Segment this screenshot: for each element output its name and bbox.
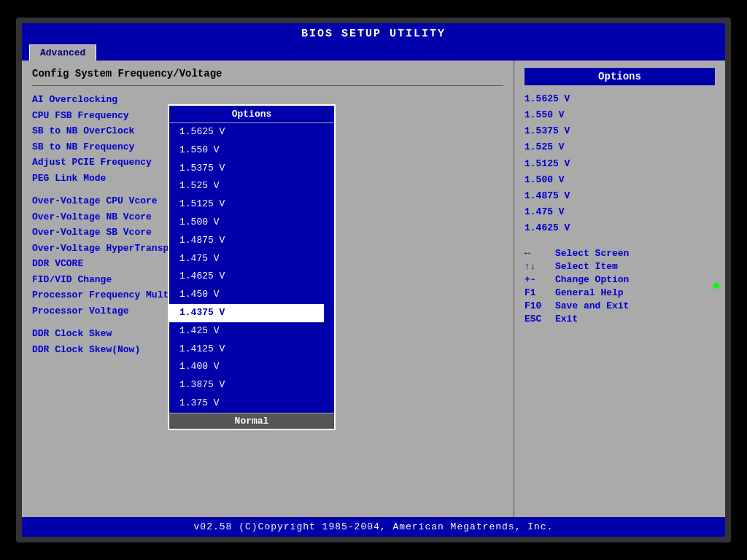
options-value-5: 1.500 V xyxy=(525,172,715,188)
dropdown-item-4[interactable]: 1.5125 V xyxy=(169,195,324,214)
dropdown-item-2[interactable]: 1.5375 V xyxy=(169,160,324,178)
keybind-key-arrows: ↔ xyxy=(525,248,555,259)
keybind-select-screen: ↔ Select Screen xyxy=(525,248,715,259)
main-content: Config System Frequency/Voltage AI Overc… xyxy=(22,61,725,517)
keybind-key-f1: F1 xyxy=(525,287,555,298)
tab-bar: Advanced xyxy=(22,44,725,61)
keybind-key-updown: ↑↓ xyxy=(525,261,555,272)
dropdown-item-13[interactable]: 1.400 V xyxy=(169,358,324,376)
keybind-key-f10: F10 xyxy=(525,300,555,311)
dropdown-item-1[interactable]: 1.550 V xyxy=(169,141,324,160)
bios-title: BIOS SETUP UTILITY xyxy=(22,23,725,44)
keybind-label-exit: Exit xyxy=(555,314,578,324)
options-value-3: 1.525 V xyxy=(525,139,715,155)
monitor: BIOS SETUP UTILITY Advanced Config Syste… xyxy=(16,18,731,542)
dropdown-item-8[interactable]: 1.4625 V xyxy=(169,268,324,286)
keybind-key-plusminus: +- xyxy=(525,274,555,285)
left-panel: Config System Frequency/Voltage AI Overc… xyxy=(22,61,514,517)
keybind-label-general-help: General Help xyxy=(555,287,624,298)
right-panel: Options 1.5625 V 1.550 V 1.5375 V 1.525 … xyxy=(514,61,725,517)
options-value-6: 1.4875 V xyxy=(525,188,715,204)
keybind-key-esc: ESC xyxy=(525,314,555,324)
dropdown-footer: Normal xyxy=(169,413,334,429)
dropdown-item-5[interactable]: 1.500 V xyxy=(169,214,324,232)
keybind-change-option: +- Change Option xyxy=(525,274,715,285)
options-value-4: 1.5125 V xyxy=(525,156,715,172)
keybind-label-select-screen: Select Screen xyxy=(555,248,629,259)
tab-advanced[interactable]: Advanced xyxy=(29,44,96,61)
dropdown-item-6[interactable]: 1.4875 V xyxy=(169,232,324,250)
keybind-section: ↔ Select Screen ↑↓ Select Item +- Change… xyxy=(525,248,715,324)
dropdown-item-9[interactable]: 1.450 V xyxy=(169,286,324,304)
options-value-2: 1.5375 V xyxy=(525,123,715,139)
dropdown-overlay: Options 1.5625 V 1.550 V 1.5375 V 1.525 … xyxy=(168,104,336,430)
keybind-general-help: F1 General Help xyxy=(525,287,715,298)
keybind-exit: ESC Exit xyxy=(525,314,715,324)
options-value-8: 1.4625 V xyxy=(525,220,715,236)
keybind-label-select-item: Select Item xyxy=(555,261,618,272)
dropdown-item-selected[interactable]: 1.4375 V xyxy=(169,304,324,322)
options-value-0: 1.5625 V xyxy=(525,91,715,107)
dropdown-scroll[interactable]: 1.5625 V 1.550 V 1.5375 V 1.525 V 1.5125… xyxy=(169,123,334,413)
keybind-save-exit: F10 Save and Exit xyxy=(525,300,715,311)
options-value-7: 1.475 V xyxy=(525,204,715,220)
keybind-select-item: ↑↓ Select Item xyxy=(525,261,715,272)
footer-bar: v02.58 (C)Copyright 1985-2004, American … xyxy=(22,517,725,537)
green-indicator-dot xyxy=(713,283,719,289)
dropdown-item-0[interactable]: 1.5625 V xyxy=(169,123,324,141)
dropdown-header: Options xyxy=(169,106,334,123)
options-header: Options xyxy=(525,68,715,85)
dropdown-item-15[interactable]: 1.375 V xyxy=(169,394,324,413)
keybind-label-save-exit: Save and Exit xyxy=(555,300,629,311)
section-title: Config System Frequency/Voltage xyxy=(32,68,503,79)
dropdown-item-11[interactable]: 1.425 V xyxy=(169,322,324,341)
dropdown-item-12[interactable]: 1.4125 V xyxy=(169,341,324,359)
keybind-label-change-option: Change Option xyxy=(555,274,629,285)
dropdown-item-3[interactable]: 1.525 V xyxy=(169,177,324,195)
dropdown-item-14[interactable]: 1.3875 V xyxy=(169,376,324,394)
options-value-1: 1.550 V xyxy=(525,107,715,123)
dropdown-item-7[interactable]: 1.475 V xyxy=(169,250,324,268)
